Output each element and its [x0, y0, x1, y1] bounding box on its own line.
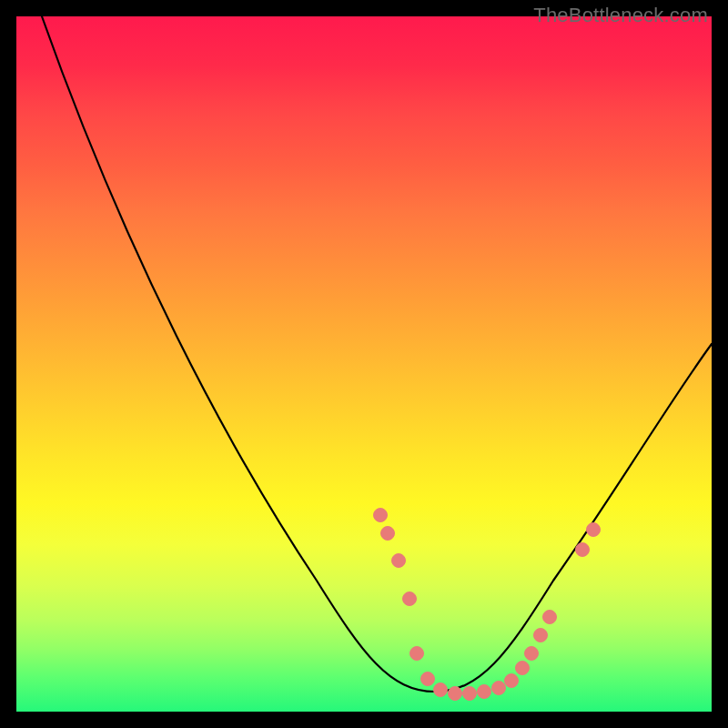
marker-dot — [410, 647, 424, 661]
marker-dot — [478, 685, 491, 699]
marker-dot — [392, 554, 406, 568]
marker-dot — [403, 592, 417, 606]
marker-dot — [516, 662, 530, 675]
bottleneck-curve — [42, 16, 712, 692]
watermark-text: TheBottleneck.com — [533, 4, 708, 27]
marker-dot — [492, 682, 506, 695]
marker-dot — [434, 683, 448, 697]
marker-dot — [421, 672, 435, 686]
marker-dot — [381, 527, 395, 541]
chart-frame — [16, 16, 712, 712]
chart-svg — [16, 16, 712, 712]
marker-dot — [374, 509, 388, 522]
marker-dot — [587, 523, 601, 537]
marker-dot — [543, 611, 557, 624]
marker-dot — [463, 687, 477, 701]
marker-dot — [534, 629, 548, 642]
marker-dot — [449, 687, 462, 701]
marker-dot — [576, 543, 590, 557]
marker-dot — [505, 674, 519, 688]
marker-dot — [525, 647, 539, 661]
